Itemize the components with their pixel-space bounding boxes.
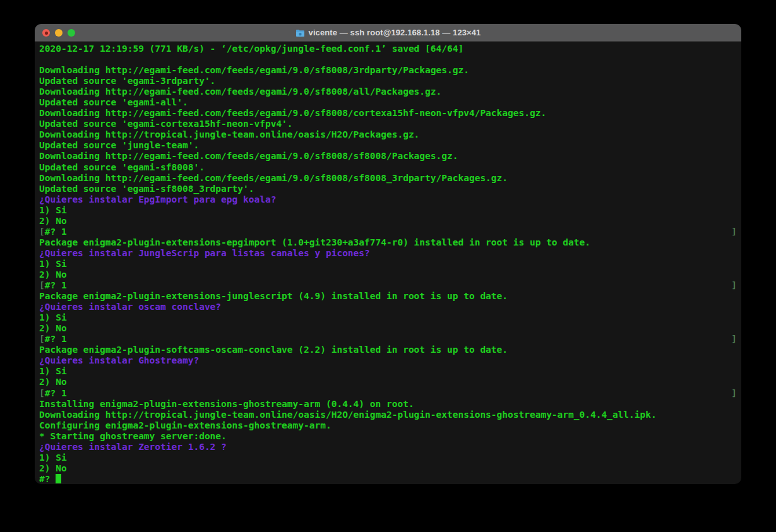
line-text: Package enigma2-plugin-extensions-epgimp… [39, 237, 590, 248]
terminal-line: [#? 1] [39, 388, 737, 399]
line-text: 2) No [39, 323, 67, 334]
terminal-line: Package enigma2-plugin-extensions-epgimp… [39, 237, 737, 248]
prompt-bracket-right: ] [731, 280, 737, 291]
terminal-line: 2020-12-17 12:19:59 (771 KB/s) - ‘/etc/o… [39, 44, 737, 54]
terminal-line: ¿Quieres instalar oscam conclave? [39, 302, 737, 312]
line-text: #? 1 [45, 388, 67, 399]
prompt-bracket-right: ] [731, 388, 737, 399]
line-text: 2) No [39, 269, 67, 280]
terminal-line: Downloading http://tropical.jungle-team.… [39, 129, 737, 140]
folder-icon [295, 28, 305, 37]
terminal-line: ¿Quieres instalar Zerotier 1.6.2 ? [39, 442, 737, 452]
line-text: Downloading http://egami-feed.com/feeds/… [39, 173, 508, 184]
prompt-bracket-right: ] [731, 227, 737, 237]
line-text: Downloading http://egami-feed.com/feeds/… [39, 65, 469, 76]
line-text: Updated source 'egami-3rdparty'. [39, 76, 215, 86]
line-text: 1) Si [39, 452, 67, 463]
window-title: vicente — ssh root@192.168.1.18 — 123×41 [309, 28, 481, 37]
line-text: ¿Quieres instalar Zerotier 1.6.2 ? [39, 442, 227, 452]
terminal-line: Downloading http://egami-feed.com/feeds/… [39, 86, 737, 97]
terminal-line: Downloading http://egami-feed.com/feeds/… [39, 173, 737, 184]
prompt-bracket-left: [ [39, 227, 45, 237]
terminal-line: [#? 1] [39, 334, 737, 345]
terminal-line: [#? 1] [39, 227, 737, 237]
terminal-line: 1) Si [39, 312, 737, 323]
line-text: #? 1 [45, 280, 67, 291]
terminal-line: Updated source 'egami-all'. [39, 97, 737, 108]
line-text: Installing enigma2-plugin-extensions-gho… [39, 399, 414, 410]
line-text: Package enigma2-plugin-softcams-oscam-co… [39, 345, 508, 355]
terminal-line: 1) Si [39, 259, 737, 269]
line-text: ¿Quieres instalar JungleScrip para lista… [39, 248, 370, 259]
line-text: Updated source 'egami-sf8008'. [39, 162, 205, 173]
line-text: Package enigma2-plugin-extensions-jungle… [39, 291, 508, 302]
line-text: 2020-12-17 12:19:59 (771 KB/s) - ‘/etc/o… [39, 44, 463, 54]
line-text: 1) Si [39, 205, 67, 216]
line-text: ¿Quieres instalar Ghostreamy? [39, 355, 199, 366]
terminal-line: Downloading http://egami-feed.com/feeds/… [39, 151, 737, 162]
line-text: Updated source 'egami-cortexa15hf-neon-v… [39, 119, 293, 129]
line-text: * Starting ghostreamy server:done. [39, 431, 227, 442]
terminal-line: Updated source 'egami-3rdparty'. [39, 76, 737, 86]
terminal-line: [#? 1] [39, 280, 737, 291]
line-text: Downloading http://egami-feed.com/feeds/… [39, 151, 458, 162]
line-text: #? 1 [45, 334, 67, 345]
prompt-bracket-right: ] [731, 334, 737, 345]
line-text: 1) Si [39, 259, 67, 269]
terminal-line: 1) Si [39, 205, 737, 216]
terminal-line: Updated source 'jungle-team'. [39, 140, 737, 151]
prompt-bracket-left: [ [39, 334, 45, 345]
line-text: Updated source 'egami-all'. [39, 97, 188, 108]
terminal-line: Configuring enigma2-plugin-extensions-gh… [39, 420, 737, 431]
terminal-line: ¿Quieres instalar JungleScrip para lista… [39, 248, 737, 259]
line-text: Downloading http://tropical.jungle-team.… [39, 410, 657, 420]
prompt-bracket-left: [ [39, 388, 45, 399]
terminal-line: Updated source 'egami-sf8008'. [39, 162, 737, 173]
terminal-line: Downloading http://tropical.jungle-team.… [39, 410, 737, 420]
terminal-line: * Starting ghostreamy server:done. [39, 431, 737, 442]
line-text: 2) No [39, 377, 67, 387]
terminal-line: Updated source 'egami-sf8008_3rdparty'. [39, 184, 737, 194]
close-button[interactable] [42, 29, 50, 37]
terminal-line: 2) No [39, 463, 737, 474]
terminal-line: 2) No [39, 269, 737, 280]
line-text: 2) No [39, 216, 67, 227]
line-text: Configuring enigma2-plugin-extensions-gh… [39, 420, 331, 431]
terminal-window: vicente — ssh root@192.168.1.18 — 123×41… [35, 24, 741, 484]
desktop: { "window": { "title": "vicente — ssh ro… [0, 0, 776, 532]
terminal-line: 2) No [39, 377, 737, 387]
terminal-line: 1) Si [39, 366, 737, 377]
line-text: 1) Si [39, 366, 67, 377]
line-text: #? [39, 474, 56, 484]
terminal-line: ¿Quieres instalar Ghostreamy? [39, 355, 737, 366]
terminal-line: Downloading http://egami-feed.com/feeds/… [39, 65, 737, 76]
line-text: 2) No [39, 463, 67, 474]
terminal-line: 1) Si [39, 452, 737, 463]
terminal-line: Package enigma2-plugin-extensions-jungle… [39, 291, 737, 302]
zoom-button[interactable] [68, 29, 75, 37]
line-text: Downloading http://egami-feed.com/feeds/… [39, 108, 546, 119]
terminal-line: Installing enigma2-plugin-extensions-gho… [39, 399, 737, 410]
terminal-line: 2) No [39, 323, 737, 334]
terminal-line: Downloading http://egami-feed.com/feeds/… [39, 108, 737, 119]
line-text: ¿Quieres instalar EpgImport para epg koa… [39, 194, 276, 205]
terminal-line: Updated source 'egami-cortexa15hf-neon-v… [39, 119, 737, 129]
terminal-body[interactable]: 2020-12-17 12:19:59 (771 KB/s) - ‘/etc/o… [35, 42, 741, 484]
terminal-line [39, 54, 737, 65]
line-text: Updated source 'jungle-team'. [39, 140, 199, 151]
terminal-line: ¿Quieres instalar EpgImport para epg koa… [39, 194, 737, 205]
line-text: 1) Si [39, 312, 67, 323]
line-text: Updated source 'egami-sf8008_3rdparty'. [39, 184, 254, 194]
traffic-lights [42, 24, 75, 42]
line-text: ¿Quieres instalar oscam conclave? [39, 302, 221, 312]
titlebar[interactable]: vicente — ssh root@192.168.1.18 — 123×41 [35, 24, 741, 42]
terminal-line: Package enigma2-plugin-softcams-oscam-co… [39, 345, 737, 355]
minimize-button[interactable] [55, 29, 63, 37]
terminal-cursor [56, 474, 61, 483]
line-text: Downloading http://tropical.jungle-team.… [39, 129, 419, 140]
line-text: #? 1 [45, 227, 67, 237]
terminal-line: #? [39, 474, 737, 484]
line-text: Downloading http://egami-feed.com/feeds/… [39, 86, 441, 97]
title-group: vicente — ssh root@192.168.1.18 — 123×41 [295, 28, 481, 37]
terminal-line: 2) No [39, 216, 737, 227]
